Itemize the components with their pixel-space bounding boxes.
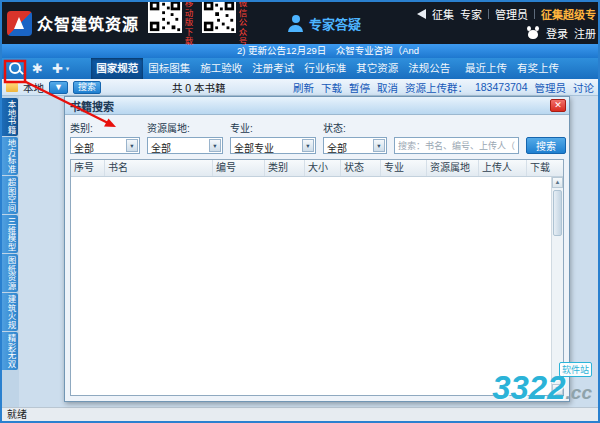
close-icon[interactable]: ✕ — [550, 99, 566, 112]
col-uploader[interactable]: 上传人 — [479, 160, 527, 176]
sidebar-item-fire-codes[interactable]: 建筑火规 — [2, 293, 18, 331]
scroll-up-icon[interactable]: ▲ — [552, 177, 563, 188]
chevron-down-icon[interactable]: ▾ — [302, 139, 314, 152]
sidebar-item-highlights[interactable]: 精彩无双 — [2, 332, 18, 370]
major-label: 专业: — [230, 120, 316, 135]
toolbar-row: ✱ ✚ ▾ 国家规范 国标图集 施工验收 注册考试 行业标准 其它资源 法规公告… — [2, 58, 598, 79]
sidebar-item-local-standards[interactable]: 地方标准 — [2, 137, 18, 175]
col-category[interactable]: 类别 — [265, 160, 305, 176]
app-window: 众智建筑资源 移动版下载 微信公众号 专家答疑 征集 专家 管理员 征集超级专 — [0, 0, 600, 423]
category-select[interactable]: 全部 ▾ — [70, 137, 140, 154]
app-logo: 众智建筑资源 — [2, 11, 139, 36]
header-right: 征集 专家 管理员 征集超级专 登录 注册 — [417, 6, 598, 41]
dialog-body: 类别: 全部 ▾ 资源属地: 全部 ▾ 专业: 全部专业 — [65, 115, 569, 401]
sidebar-item-drawings[interactable]: 图纸资源 — [2, 254, 18, 292]
dialog-search-button[interactable]: 搜索 — [526, 137, 566, 154]
category-value: 全部 — [74, 143, 94, 154]
expert-link[interactable]: 专家 — [460, 6, 482, 22]
download-dropdown-button[interactable]: ▼ — [49, 81, 68, 94]
qr-wechat-image — [202, 0, 236, 33]
book-search-dialog: 书籍搜索 ✕ 类别: 全部 ▾ 资源属地: 全部 ▾ — [64, 96, 570, 402]
chevron-down-icon[interactable]: ▾ — [66, 65, 70, 73]
col-number[interactable]: 编号 — [213, 160, 265, 176]
collect-link[interactable]: 征集 — [432, 6, 454, 22]
sidebar: 本地书籍 地方标准 超图空间 三维模型 图纸资源 建筑火规 精彩无双 — [2, 96, 19, 407]
status-value: 全部 — [327, 143, 347, 154]
major-select[interactable]: 全部专业 ▾ — [230, 137, 316, 154]
tab-national-atlas[interactable]: 国标图集 — [143, 58, 195, 79]
chevron-down-icon[interactable]: ▾ — [373, 139, 385, 152]
login-link[interactable]: 登录 — [546, 25, 568, 41]
watermark-number: 3322 — [492, 369, 565, 406]
admin-link[interactable]: 管理员 — [495, 6, 528, 22]
scrollbar-thumb[interactable] — [553, 190, 562, 236]
col-region[interactable]: 资源属地 — [427, 160, 479, 176]
qr-wechat: 微信公众号 — [202, 0, 247, 47]
gear-icon[interactable]: ✱ — [32, 61, 43, 76]
sidebar-item-space[interactable]: 超图空间 — [2, 176, 18, 214]
search-input[interactable] — [394, 137, 519, 154]
register-link[interactable]: 注册 — [574, 25, 596, 41]
search-icon[interactable] — [8, 61, 23, 76]
expert-qa-label: 专家答疑 — [309, 14, 361, 33]
refresh-link[interactable]: 刷新 — [293, 80, 314, 95]
tab-reward-uploads[interactable]: 有奖上传 — [512, 58, 564, 79]
col-index[interactable]: 序号 — [71, 160, 105, 176]
table-body: ▲ ▼ — [71, 177, 563, 395]
col-size[interactable]: 大小 — [305, 160, 341, 176]
region-label: 资源属地: — [147, 120, 223, 135]
divider — [488, 9, 489, 19]
admin-link-2[interactable]: 管理员 — [535, 80, 567, 95]
pause-link[interactable]: 暂停 — [349, 80, 370, 95]
col-major[interactable]: 专业 — [381, 160, 427, 176]
divider — [534, 9, 535, 19]
table-header: 序号 书名 编号 类别 大小 状态 专业 资源属地 上传人 下载 — [71, 160, 563, 177]
region-field: 资源属地: 全部 ▾ — [147, 120, 223, 154]
status-bar: 就绪 — [2, 407, 598, 421]
tab-recent-uploads[interactable]: 最近上传 — [460, 58, 512, 79]
search-form: 类别: 全部 ▾ 资源属地: 全部 ▾ 专业: 全部专业 — [70, 120, 564, 154]
results-table: 序号 书名 编号 类别 大小 状态 专业 资源属地 上传人 下载 ▲ ▼ — [70, 159, 564, 396]
local-label[interactable]: 本地 — [23, 80, 44, 95]
chevron-down-icon[interactable]: ▾ — [209, 139, 221, 152]
person-icon — [287, 15, 304, 32]
major-value: 全部专业 — [234, 143, 274, 154]
col-download[interactable]: 下载 — [527, 160, 563, 176]
category-label: 类别: — [70, 120, 140, 135]
login-row: 登录 注册 — [526, 25, 596, 41]
super-expert-link[interactable]: 征集超级专 — [541, 6, 596, 22]
qr-wechat-label: 微信公众号 — [237, 0, 247, 47]
expert-qa-link[interactable]: 专家答疑 — [287, 14, 361, 33]
app-title: 众智建筑资源 — [37, 11, 139, 35]
discuss-link[interactable]: 讨论 — [573, 80, 594, 95]
qr-mobile: 移动版下载 — [148, 0, 193, 47]
col-status[interactable]: 状态 — [341, 160, 381, 176]
sidebar-item-local-books[interactable]: 本地书籍 — [2, 98, 18, 136]
search-button[interactable]: 搜索 — [73, 81, 101, 94]
chevron-down-icon[interactable]: ▾ — [126, 139, 138, 152]
status-label: 状态: — [323, 120, 387, 135]
region-value: 全部 — [151, 143, 171, 154]
tab-construction-acceptance[interactable]: 施工验收 — [195, 58, 247, 79]
logo-icon — [7, 11, 32, 36]
major-field: 专业: 全部专业 ▾ — [230, 120, 316, 154]
upload-group-number: 183473704 — [475, 81, 528, 93]
download-link[interactable]: 下载 — [321, 80, 342, 95]
sidebar-item-3d-models[interactable]: 三维模型 — [2, 215, 18, 253]
cancel-link[interactable]: 取消 — [377, 80, 398, 95]
speaker-icon — [417, 9, 426, 19]
book-count: 共 0 本书籍 — [172, 80, 226, 95]
tab-other-resources[interactable]: 其它资源 — [351, 58, 403, 79]
tab-industry-standards[interactable]: 行业标准 — [299, 58, 351, 79]
col-title[interactable]: 书名 — [105, 160, 213, 176]
tab-registration-exam[interactable]: 注册考试 — [247, 58, 299, 79]
dialog-titlebar[interactable]: 书籍搜索 ✕ — [65, 97, 569, 115]
region-select[interactable]: 全部 ▾ — [147, 137, 223, 154]
move-icon[interactable]: ✚ — [52, 61, 63, 76]
announcement-bar: 2) 更新公告12月29日 众智专业咨询（And — [2, 44, 598, 58]
watermark-badge: 软件站 — [559, 362, 592, 377]
tab-regulations[interactable]: 法规公告 — [403, 58, 455, 79]
status-select[interactable]: 全部 ▾ — [323, 137, 387, 154]
category-field: 类别: 全部 ▾ — [70, 120, 140, 154]
tab-national-codes[interactable]: 国家规范 — [91, 58, 143, 79]
